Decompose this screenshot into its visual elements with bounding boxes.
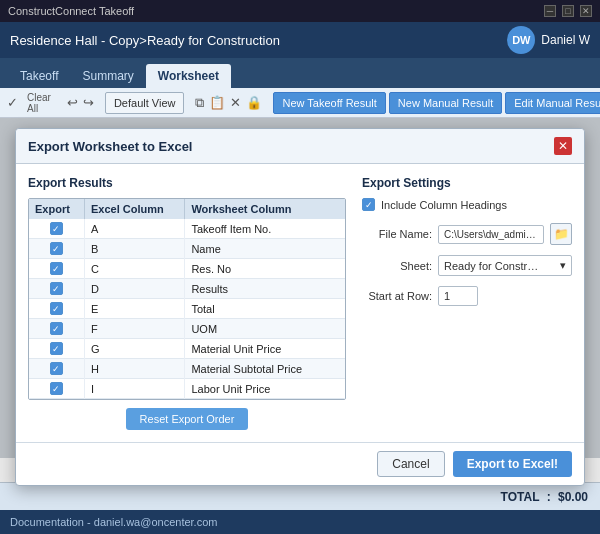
worksheet-column-cell: UOM [185,319,345,339]
window-controls: ─ □ ✕ [544,5,592,17]
close-btn[interactable]: ✕ [580,5,592,17]
toolbar: ✓ Clear All ↩ ↪ Default View ⧉ 📋 ✕ 🔒 New… [0,88,600,118]
reset-export-order-btn[interactable]: Reset Export Order [126,408,249,430]
export-settings-panel: Export Settings ✓ Include Column Heading… [362,176,572,430]
worksheet-column-cell: Material Unit Price [185,339,345,359]
table-row: ✓ G Material Unit Price [29,339,345,359]
main-content: Export Worksheet to Excel ✕ Export Resul… [0,118,600,458]
col-export-header: Export [29,199,84,219]
col-excel-header: Excel Column [84,199,184,219]
export-checkbox-7[interactable]: ✓ [50,362,63,375]
tab-worksheet[interactable]: Worksheet [146,64,231,88]
export-checkbox-cell: ✓ [29,359,84,379]
table-row: ✓ A Takeoff Item No. [29,219,345,239]
default-view-btn[interactable]: Default View [105,92,185,114]
breadcrumb-separator: > [139,33,147,48]
table-row: ✓ H Material Subtotal Price [29,359,345,379]
sheet-row: Sheet: Ready for Construction ▾ [362,255,572,276]
phase-name: Ready for Construction [147,33,280,48]
app-header: Residence Hall - Copy > Ready for Constr… [0,22,600,58]
total-bar: TOTAL : $0.00 [0,482,600,510]
export-results-title: Export Results [28,176,346,190]
include-headings-label: Include Column Headings [381,199,507,211]
export-checkbox-4[interactable]: ✓ [50,302,63,315]
export-dialog: Export Worksheet to Excel ✕ Export Resul… [15,128,585,486]
user-name: Daniel W [541,33,590,47]
excel-column-cell: I [84,379,184,399]
excel-column-cell: D [84,279,184,299]
app-name: ConstructConnect Takeoff [8,5,134,17]
export-checkbox-cell: ✓ [29,319,84,339]
copy-icon[interactable]: ⧉ [194,92,205,114]
table-row: ✓ B Name [29,239,345,259]
export-checkbox-0[interactable]: ✓ [50,222,63,235]
table-row: ✓ D Results [29,279,345,299]
export-checkbox-cell: ✓ [29,299,84,319]
table-row: ✓ I Labor Unit Price [29,379,345,399]
status-bar: Documentation - daniel.wa@oncenter.com [0,510,600,534]
export-results-table-container: Export Excel Column Worksheet Column ✓ A [28,198,346,400]
new-takeoff-btn[interactable]: New Takeoff Result [273,92,385,114]
paste-icon[interactable]: 📋 [208,92,226,114]
export-checkbox-cell: ✓ [29,339,84,359]
start-row-row: Start at Row: [362,286,572,306]
worksheet-column-cell: Material Subtotal Price [185,359,345,379]
excel-column-cell: E [84,299,184,319]
status-text: Documentation - daniel.wa@oncenter.com [10,516,217,528]
worksheet-column-cell: Total [185,299,345,319]
browse-btn[interactable]: 📁 [550,223,572,245]
excel-column-cell: A [84,219,184,239]
export-checkbox-cell: ✓ [29,279,84,299]
worksheet-column-cell: Takeoff Item No. [185,219,345,239]
export-checkbox-2[interactable]: ✓ [50,262,63,275]
cancel-btn[interactable]: Cancel [377,451,444,477]
include-headings-checkbox[interactable]: ✓ [362,198,375,211]
redo-icon[interactable]: ↪ [82,92,95,114]
reset-btn-container: Reset Export Order [28,408,346,430]
nav-tabs: Takeoff Summary Worksheet [0,58,600,88]
user-info[interactable]: DW Daniel W [507,26,590,54]
file-name-value[interactable]: C:\Users\dw_admin\OneDrive\Residence H..… [438,225,544,244]
lock-icon[interactable]: 🔒 [245,92,263,114]
delete-icon[interactable]: ✕ [229,92,242,114]
table-row: ✓ E Total [29,299,345,319]
export-checkbox-8[interactable]: ✓ [50,382,63,395]
start-row-input[interactable] [438,286,478,306]
export-checkbox-6[interactable]: ✓ [50,342,63,355]
undo-icon[interactable]: ↩ [66,92,79,114]
export-checkbox-cell: ✓ [29,259,84,279]
excel-column-cell: J [84,399,184,400]
include-headings-row: ✓ Include Column Headings [362,198,572,211]
export-checkbox-5[interactable]: ✓ [50,322,63,335]
table-row: ✓ J Labor Subtotal Price [29,399,345,400]
project-title: Residence Hall - Copy > Ready for Constr… [10,33,280,48]
minimize-btn[interactable]: ─ [544,5,556,17]
dialog-title: Export Worksheet to Excel [28,139,192,154]
dialog-header: Export Worksheet to Excel ✕ [16,129,584,164]
check-icon[interactable]: ✓ [6,92,19,114]
export-checkbox-3[interactable]: ✓ [50,282,63,295]
new-manual-btn[interactable]: New Manual Result [389,92,502,114]
tab-takeoff[interactable]: Takeoff [8,64,70,88]
export-results-panel: Export Results Export Excel Column Works… [28,176,346,430]
export-checkbox-1[interactable]: ✓ [50,242,63,255]
table-row: ✓ F UOM [29,319,345,339]
dialog-close-btn[interactable]: ✕ [554,137,572,155]
excel-column-cell: G [84,339,184,359]
maximize-btn[interactable]: □ [562,5,574,17]
sheet-dropdown-arrow: ▾ [560,259,566,272]
excel-column-cell: C [84,259,184,279]
edit-manual-btn[interactable]: Edit Manual Result [505,92,600,114]
worksheet-column-cell: Name [185,239,345,259]
avatar: DW [507,26,535,54]
dialog-overlay: Export Worksheet to Excel ✕ Export Resul… [0,118,600,458]
file-name-label: File Name: [362,228,432,240]
worksheet-column-cell: Results [185,279,345,299]
excel-column-cell: F [84,319,184,339]
worksheet-column-cell: Res. No [185,259,345,279]
total-value: $0.00 [558,490,588,504]
sheet-dropdown[interactable]: Ready for Construction ▾ [438,255,572,276]
clear-all-btn[interactable]: Clear All [22,92,56,114]
export-to-excel-btn[interactable]: Export to Excel! [453,451,572,477]
tab-summary[interactable]: Summary [70,64,145,88]
